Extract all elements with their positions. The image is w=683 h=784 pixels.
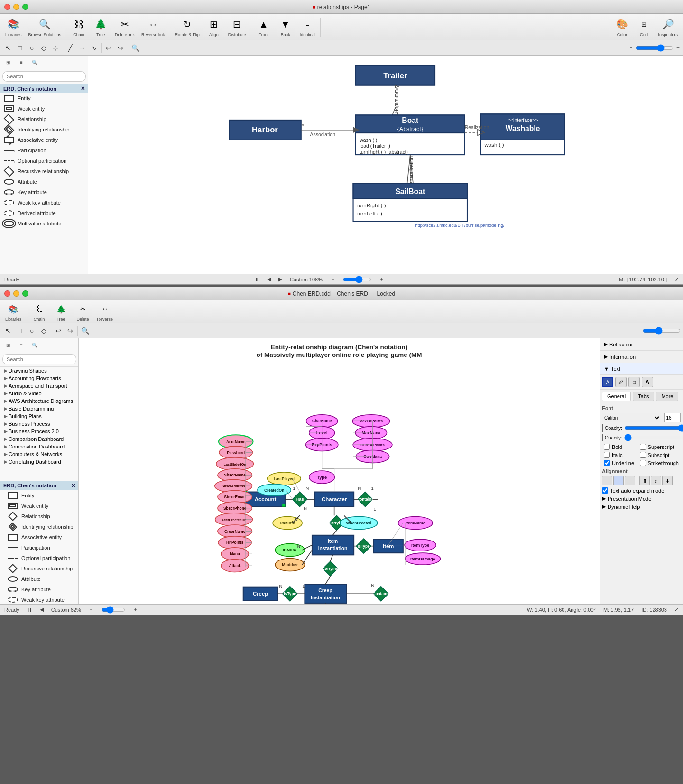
- sidebar-search-btn[interactable]: 🔍: [29, 56, 40, 68]
- path-tool[interactable]: ∿: [88, 42, 100, 54]
- sidebar-item-id-relationship[interactable]: Identifying relationship: [0, 124, 88, 135]
- redo-btn[interactable]: ↪: [115, 42, 126, 54]
- align-right-btn[interactable]: ≡: [625, 476, 635, 485]
- tree-tool[interactable]: 🌲 Tree: [90, 16, 111, 38]
- undo2-btn[interactable]: ↩: [53, 325, 64, 336]
- presentation-mode-toggle[interactable]: ▶ Presentation Mode: [602, 495, 681, 502]
- sidebar-close-1[interactable]: ✕: [81, 85, 85, 92]
- cat-business[interactable]: ▶Business Process: [0, 420, 78, 428]
- tab-general[interactable]: General: [602, 392, 631, 401]
- sb2-weak-entity[interactable]: Weak entity: [0, 501, 78, 511]
- sb2-id-relationship[interactable]: Identifying relationship: [0, 522, 78, 532]
- strikethrough-checkbox[interactable]: [640, 460, 646, 466]
- sidebar-item-recursive[interactable]: Recursive relationship: [0, 166, 88, 177]
- zoom-plus[interactable]: ＋: [379, 276, 384, 283]
- sb2-list-view[interactable]: ≡: [16, 339, 27, 351]
- delete-link-tool[interactable]: ✂ Delete link: [112, 16, 138, 38]
- distribute-tool[interactable]: ⊟ Distribute: [225, 16, 249, 38]
- prev-page-btn[interactable]: ◀: [267, 276, 271, 282]
- circ2-tool[interactable]: ○: [26, 325, 37, 336]
- cat-drawing-shapes[interactable]: ▶Drawing Shapes: [0, 367, 78, 374]
- diam2-tool[interactable]: ◇: [38, 325, 49, 336]
- align-top-btn[interactable]: ⬆: [639, 476, 650, 485]
- font-family-select[interactable]: Calibri: [602, 413, 661, 422]
- sidebar-item-participation[interactable]: → Participation: [0, 145, 88, 156]
- minimize-button-2[interactable]: [13, 290, 19, 297]
- browse-tool[interactable]: 🔍 Browse Solutions: [26, 16, 65, 38]
- zoom-minus-2[interactable]: －: [89, 606, 94, 613]
- align-center-btn[interactable]: ≡: [613, 476, 624, 485]
- line-tool[interactable]: ╱: [65, 42, 76, 54]
- zoom-out-label[interactable]: －: [628, 44, 634, 51]
- tab-tabs[interactable]: Tabs: [633, 392, 654, 401]
- chain2-tool[interactable]: ⛓ Chain: [29, 300, 50, 323]
- front-tool[interactable]: ▲ Front: [253, 16, 274, 38]
- cat-audio[interactable]: ▶Audio & Video: [0, 390, 78, 397]
- chain-tool[interactable]: ⛓ Chain: [68, 16, 89, 38]
- cat-basic[interactable]: ▶Basic Diagramming: [0, 405, 78, 412]
- cat-composition[interactable]: ▶Composition Dashboard: [0, 443, 78, 450]
- sb2-participation[interactable]: Participation: [0, 542, 78, 553]
- zoom-in-label[interactable]: ＋: [675, 44, 681, 51]
- zoom2-btn[interactable]: 🔍: [79, 325, 91, 336]
- sidebar-item-multivalue-attribute[interactable]: Multivalue attribute: [0, 218, 88, 229]
- sb2-entity[interactable]: Entity: [0, 490, 78, 501]
- text-color-btn[interactable]: A: [602, 377, 613, 387]
- tab-more[interactable]: More: [656, 392, 678, 401]
- sb2-grid-view[interactable]: ⊞: [2, 339, 14, 351]
- sidebar-item-derived-attribute[interactable]: Derived attribute: [0, 208, 88, 218]
- superscript-checkbox[interactable]: [640, 444, 646, 450]
- pause-btn[interactable]: ⏸: [254, 277, 259, 282]
- canvas-1[interactable]: Trailer Dependency Boat {Abstract} wash …: [88, 56, 683, 274]
- cat-business2[interactable]: ▶Business Process 2.0: [0, 428, 78, 435]
- sb2-recursive[interactable]: Recursive relationship: [0, 563, 78, 574]
- cat-aws[interactable]: ▶AWS Architecture Diagrams: [0, 397, 78, 405]
- stroke-color-swatch[interactable]: [602, 434, 603, 441]
- reverse-link-tool[interactable]: ↔ Reverse link: [138, 16, 168, 38]
- bold-checkbox[interactable]: [604, 444, 610, 450]
- sb2-search-btn[interactable]: 🔍: [29, 339, 40, 351]
- zoom-in-btn[interactable]: 🔍: [129, 42, 141, 54]
- cat-correlating[interactable]: ▶Correlating Dashboard: [0, 458, 78, 466]
- sb2-opt-participation[interactable]: Optional participation: [0, 553, 78, 563]
- cat-aerospace[interactable]: ▶Aerospace and Transport: [0, 382, 78, 390]
- search-input-1[interactable]: [2, 71, 86, 82]
- align-left-btn[interactable]: ≡: [602, 476, 612, 485]
- libraries-tool[interactable]: 📚 Libraries: [2, 16, 25, 38]
- sidebar-item-weak-key-attribute[interactable]: Weak key attribute: [0, 197, 88, 208]
- information-toggle[interactable]: ▶ Information: [604, 353, 679, 361]
- fill-opacity-slider[interactable]: [624, 425, 683, 431]
- close-button-2[interactable]: [4, 290, 10, 297]
- sidebar-list-view[interactable]: ≡: [16, 56, 27, 68]
- sb2-attribute[interactable]: Attribute: [0, 574, 78, 584]
- close-button-1[interactable]: [4, 4, 10, 10]
- inspectors-tool[interactable]: 🔎 Inspectors: [655, 16, 681, 38]
- align-bottom-btn[interactable]: ⬇: [662, 476, 673, 485]
- sb2-key-attribute[interactable]: Key attribute: [0, 584, 78, 595]
- italic-checkbox[interactable]: [604, 452, 610, 458]
- expand-btn2[interactable]: ⤢: [674, 607, 679, 613]
- identical-tool[interactable]: = Identical: [297, 16, 319, 38]
- color-tool[interactable]: 🎨 Color: [611, 16, 632, 38]
- tree2-tool[interactable]: 🌲 Tree: [51, 300, 72, 323]
- cat-comparison[interactable]: ▶Comparison Dashboard: [0, 435, 78, 443]
- subscript-checkbox[interactable]: [640, 452, 646, 458]
- sb2-weak-key-attr[interactable]: Weak key attribute: [0, 595, 78, 605]
- arrow-tool[interactable]: →: [76, 42, 88, 54]
- stroke-opacity-slider[interactable]: [624, 435, 683, 440]
- grid-tool[interactable]: ⊞ Grid: [633, 16, 654, 38]
- sb2-relationship[interactable]: Relationship: [0, 511, 78, 522]
- sidebar-item-assoc-entity[interactable]: Associative entity: [0, 135, 88, 145]
- font-size-input[interactable]: [664, 413, 681, 422]
- text-style-btn[interactable]: A: [642, 377, 653, 387]
- align-middle-btn[interactable]: ↕: [651, 476, 661, 485]
- pause-btn2[interactable]: ⏸: [27, 607, 32, 613]
- zoom-plus-2[interactable]: ＋: [133, 606, 138, 613]
- prev-page-btn2[interactable]: ◀: [40, 607, 44, 613]
- redo2-btn[interactable]: ↪: [65, 325, 76, 336]
- cat-accounting[interactable]: ▶Accounting Flowcharts: [0, 374, 78, 382]
- expand-btn[interactable]: ⤢: [674, 276, 679, 282]
- behaviour-toggle[interactable]: ▶ Behaviour: [604, 340, 679, 348]
- fill-color-swatch[interactable]: [602, 424, 603, 432]
- diamond-tool[interactable]: ◇: [38, 42, 49, 54]
